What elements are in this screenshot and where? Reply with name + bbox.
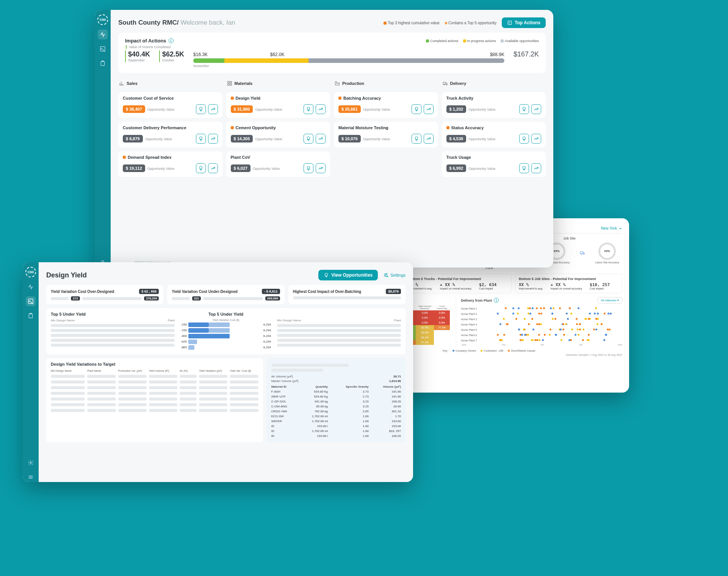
lightbulb-icon[interactable] bbox=[304, 134, 313, 144]
table-row[interactable] bbox=[51, 386, 258, 389]
svg-rect-28 bbox=[580, 252, 583, 254]
table-row[interactable] bbox=[51, 380, 258, 383]
top-actions-button[interactable]: Top Actions bbox=[502, 17, 546, 28]
metric-card[interactable]: Truck Activity$ 1,202Opportunity Value bbox=[442, 92, 546, 118]
table-row[interactable] bbox=[51, 398, 258, 401]
sidebar: C60 bbox=[23, 262, 39, 482]
metric-card[interactable]: Design Yield$ 31,980Opportunity Value bbox=[226, 92, 330, 118]
legend-top5: Contains a Top 5 opportunity bbox=[445, 21, 496, 25]
main-content: South County RMC/ Welcome back, Ian Top … bbox=[111, 10, 553, 268]
trend-icon[interactable] bbox=[531, 134, 541, 144]
svg-rect-5 bbox=[227, 81, 229, 83]
nav-clipboard-icon[interactable] bbox=[98, 58, 108, 68]
chart-bar-row: -8656,234 bbox=[175, 345, 277, 350]
table-row: ID193.00 l1.00108.20 bbox=[271, 434, 401, 438]
bottom5-jobsites-card: Bottom 5 Job Sites - Potential For Impro… bbox=[515, 274, 622, 293]
svg-point-17 bbox=[385, 275, 385, 275]
trend-icon[interactable] bbox=[531, 163, 541, 173]
metric-card[interactable]: Cement Opportunity$ 14,305Opportunity Va… bbox=[226, 122, 330, 147]
lightbulb-icon bbox=[324, 272, 329, 278]
metric-card[interactable]: Status Accuracy$ 4,538Opportunity Value bbox=[442, 122, 546, 147]
lightbulb-icon[interactable] bbox=[412, 134, 421, 144]
trend-icon[interactable] bbox=[424, 134, 434, 144]
table-row: ECO-SW1,702.00 ml1.001.70 bbox=[271, 414, 401, 419]
svg-point-30 bbox=[583, 254, 584, 254]
lightbulb-icon[interactable] bbox=[519, 104, 529, 114]
trend-icon[interactable] bbox=[316, 104, 326, 114]
checklist-icon bbox=[507, 20, 512, 25]
breadcrumb: South County RMC/ Welcome back, Ian bbox=[118, 19, 235, 27]
trend-icon[interactable] bbox=[208, 104, 218, 114]
top5-left-title: Top 5 Under Yield bbox=[51, 312, 175, 316]
lightbulb-icon[interactable] bbox=[519, 163, 529, 173]
main-dashboard-panel: C60 South County RMC/ Welcome back, Ian … bbox=[95, 10, 553, 268]
view-opportunities-button[interactable]: View Opportunities bbox=[318, 270, 378, 280]
nav-activity-icon[interactable] bbox=[98, 30, 108, 39]
info-icon[interactable]: i bbox=[169, 38, 174, 43]
trend-icon[interactable] bbox=[208, 163, 218, 173]
metric-card[interactable]: Batching Accuracy$ 25,661Opportunity Val… bbox=[334, 92, 438, 118]
table-row[interactable] bbox=[51, 403, 258, 406]
metric-card[interactable]: Material Moisture Testing$ 10,076Opportu… bbox=[334, 122, 438, 147]
chart-bar-row: -6256,234 bbox=[175, 339, 277, 344]
variations-title: Design Yield Variations to Target bbox=[51, 362, 258, 366]
lightbulb-icon[interactable] bbox=[196, 134, 206, 144]
table-row: ID1,702.00 ml1.00$18, 257 bbox=[271, 429, 401, 434]
metric-card[interactable]: Customer Delivery Performance$ 8,879Oppo… bbox=[118, 122, 222, 147]
legend-inprogress: In progress actions bbox=[463, 39, 496, 43]
nav-image-icon[interactable] bbox=[98, 44, 108, 54]
settings-link[interactable]: Settings bbox=[383, 272, 405, 278]
design-yield-panel: C60 Design Yield View Opportunities Sett… bbox=[23, 262, 413, 482]
legend-top3: Top 3 highest cumulative value bbox=[384, 21, 440, 25]
table-row: CRGS-YAN792.00 kg2.65301.10 bbox=[271, 409, 401, 414]
table-row[interactable] bbox=[51, 375, 258, 378]
nav-clipboard-icon[interactable] bbox=[26, 311, 36, 321]
lightbulb-icon[interactable] bbox=[196, 163, 206, 173]
trend-icon[interactable] bbox=[531, 104, 541, 114]
nav-settings-icon[interactable] bbox=[26, 458, 36, 468]
segment-jobsite: Job Site bbox=[564, 236, 623, 240]
metric-card[interactable]: Demand Spread Index$ 19,112Opportunity V… bbox=[118, 151, 222, 177]
lightbulb-icon[interactable] bbox=[196, 104, 206, 114]
table-row: WATER1,702.00 ml1.00193.00 bbox=[271, 419, 401, 424]
sliders-icon bbox=[383, 272, 388, 278]
nav-activity-icon[interactable] bbox=[26, 282, 36, 292]
logo-icon: C60 bbox=[97, 14, 108, 25]
impact-title: Impact of Actions bbox=[125, 38, 166, 44]
delivery-row: Home Plant 5 bbox=[461, 328, 622, 332]
lightbulb-icon[interactable] bbox=[412, 104, 421, 114]
trend-icon[interactable] bbox=[208, 134, 218, 144]
status-filter[interactable]: All statuses ▾ bbox=[598, 297, 622, 304]
metric-card[interactable]: Customer Cost of Service$ 38,407Opportun… bbox=[118, 92, 222, 118]
svg-point-11 bbox=[446, 84, 447, 85]
delivery-row: Home Plant 6 bbox=[461, 333, 622, 337]
trend-icon[interactable] bbox=[316, 163, 326, 173]
trend-icon[interactable] bbox=[424, 104, 434, 114]
svg-rect-7 bbox=[227, 84, 229, 85]
metric-card[interactable]: Plant CoV$ 6,027Opportunity Value bbox=[226, 151, 330, 177]
info-icon[interactable]: i bbox=[494, 298, 499, 303]
delivery-row: Home Plant 4 bbox=[461, 322, 622, 326]
column-header-sales: Sales bbox=[118, 78, 222, 88]
location-picker[interactable]: New York bbox=[601, 226, 622, 230]
table-row: F-ASH524.00 Kg2.73191.90 bbox=[271, 389, 401, 394]
lightbulb-icon[interactable] bbox=[519, 134, 529, 144]
top5-chart-title: Top 5 Under Yield bbox=[175, 312, 277, 316]
impact-sept: $40.4KSeptember bbox=[125, 50, 150, 62]
table-row: 20HF-UYF524.00 Kg2.73191.90 bbox=[271, 394, 401, 399]
kpi-card: Yield Variation Cost Under-Designed- $ 8… bbox=[167, 285, 284, 304]
nav-menu-icon[interactable] bbox=[26, 472, 36, 482]
delivery-row: Home Plant 2 bbox=[461, 312, 622, 316]
table-row[interactable] bbox=[51, 392, 258, 395]
lightbulb-icon[interactable] bbox=[304, 104, 313, 114]
metric-card[interactable]: Truck Usage$ 6,992Opportunity Value bbox=[442, 151, 546, 177]
svg-point-18 bbox=[387, 276, 388, 277]
table-row[interactable] bbox=[51, 409, 258, 412]
trend-icon[interactable] bbox=[316, 134, 326, 144]
delivery-row: Home Plant 3 bbox=[461, 317, 622, 321]
table-row: ID193.00 l1.00193.00 bbox=[271, 424, 401, 429]
impact-card: Impact of Actionsi Completed actions In … bbox=[118, 33, 546, 73]
nav-image-icon[interactable] bbox=[26, 296, 36, 306]
lightbulb-icon[interactable] bbox=[304, 163, 313, 173]
delivery-chart: Delivery from Planti All statuses ▾ Home… bbox=[456, 297, 622, 347]
